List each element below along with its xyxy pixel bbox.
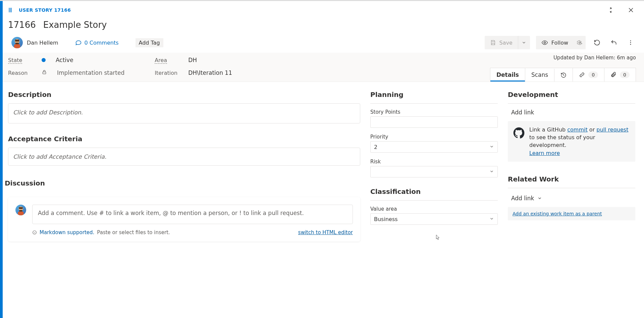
acceptance-heading: Acceptance Criteria xyxy=(8,135,360,143)
risk-label: Risk xyxy=(370,159,498,165)
comments-link[interactable]: 0 Comments xyxy=(75,39,119,46)
left-column: Description Click to add Description. Ac… xyxy=(8,91,360,242)
save-caret[interactable] xyxy=(518,36,530,49)
tab-scans[interactable]: Scans xyxy=(525,68,554,82)
learn-more-link[interactable]: Learn more xyxy=(529,150,560,156)
add-parent-link[interactable]: Add an existing work item as a parent xyxy=(508,207,635,220)
chevron-down-icon xyxy=(537,196,542,201)
value-area-select[interactable]: Business xyxy=(370,213,498,225)
story-points-input[interactable] xyxy=(370,116,498,128)
save-split-button[interactable]: Save xyxy=(485,36,530,49)
comments-count: 0 Comments xyxy=(85,40,119,46)
iteration-label: Iteration xyxy=(155,70,178,76)
value-area-value: Business xyxy=(374,216,398,222)
more-actions-button[interactable] xyxy=(625,37,636,48)
undo-button[interactable] xyxy=(608,37,619,48)
commit-link[interactable]: commit xyxy=(567,126,587,133)
iteration-field[interactable]: Iteration DH\Iteration 11 xyxy=(155,69,232,76)
user-story-icon xyxy=(8,7,15,13)
work-item-type-label: USER STORY 17166 xyxy=(19,7,71,13)
divider xyxy=(370,103,498,104)
priority-select[interactable]: 2 xyxy=(370,141,498,153)
state-dot-icon xyxy=(42,58,46,62)
pr-link[interactable]: pull request xyxy=(596,126,628,133)
priority-value: 2 xyxy=(374,144,377,150)
story-points-label: Story Points xyxy=(370,109,498,115)
divider xyxy=(370,200,498,201)
follow-label: Follow xyxy=(551,40,568,46)
avatar xyxy=(11,37,23,48)
state-field[interactable]: State Active xyxy=(8,57,124,63)
chevron-down-icon xyxy=(489,169,494,175)
assignee-name: Dan Hellem xyxy=(27,40,58,46)
add-link-dropdown[interactable]: Add link xyxy=(508,194,635,203)
description-heading: Description xyxy=(8,91,360,99)
tab-attachments[interactable]: 0 xyxy=(604,68,636,82)
comment-input[interactable]: Add a comment. Use # to link a work item… xyxy=(32,205,353,224)
info-icon xyxy=(32,230,37,235)
divider xyxy=(508,103,635,104)
svg-point-5 xyxy=(579,42,581,44)
reason-label: Reason xyxy=(8,70,32,76)
tab-history[interactable] xyxy=(554,69,573,82)
development-column: Development Add link Link a GitHub commi… xyxy=(508,91,635,242)
divider xyxy=(508,188,635,188)
add-link-heading[interactable]: Add link xyxy=(508,109,635,119)
work-item-tabs: Details Scans 0 0 xyxy=(490,68,636,82)
github-hint-card: Link a GitHub commit or pull request to … xyxy=(508,121,635,162)
window-title-row: USER STORY 17166 xyxy=(0,1,644,18)
discussion-card: Add a comment. Use # to link a work item… xyxy=(8,197,360,242)
area-value: DH xyxy=(188,57,197,63)
reason-field[interactable]: Reason Implementation started xyxy=(8,69,124,76)
follow-split-button[interactable]: Follow xyxy=(536,36,586,49)
planning-heading: Planning xyxy=(370,91,498,99)
assigned-to[interactable]: Dan Hellem xyxy=(11,37,58,48)
state-bar: State Active Reason Implementation start… xyxy=(0,53,644,82)
restore-window-button[interactable] xyxy=(604,4,617,16)
save-button[interactable]: Save xyxy=(485,36,518,49)
development-heading: Development xyxy=(508,91,635,99)
updated-text[interactable]: Updated by Dan Hellem: 6m ago xyxy=(553,55,636,61)
risk-select[interactable] xyxy=(370,166,498,177)
follow-settings[interactable] xyxy=(574,36,586,49)
github-msg-post: to see the status of your development. xyxy=(529,134,595,148)
area-label: Area xyxy=(155,57,167,64)
state-value: Active xyxy=(56,57,73,63)
related-work-heading: Related Work xyxy=(508,175,635,183)
svg-rect-1 xyxy=(15,40,19,42)
attach-count: 0 xyxy=(620,71,630,78)
cursor-icon xyxy=(435,234,441,241)
markdown-link[interactable]: Markdown supported. xyxy=(40,229,94,235)
classification-heading: Classification xyxy=(370,188,498,196)
state-label: State xyxy=(8,57,22,64)
svg-rect-3 xyxy=(15,43,19,44)
svg-point-4 xyxy=(544,42,545,44)
discussion-heading: Discussion xyxy=(5,179,360,187)
github-or: or xyxy=(588,126,597,133)
markdown-tail: Paste or select files to insert. xyxy=(97,229,170,235)
iteration-value: DH\Iteration 11 xyxy=(188,69,232,76)
work-item-id: 17166 xyxy=(8,20,36,30)
tab-details[interactable]: Details xyxy=(490,68,525,82)
follow-button[interactable]: Follow xyxy=(536,36,574,49)
accent-stripe xyxy=(0,1,3,318)
acceptance-editor[interactable]: Click to add Acceptance Criteria. xyxy=(8,148,360,166)
area-field[interactable]: Area DH xyxy=(155,57,232,63)
close-button[interactable] xyxy=(625,4,637,16)
chevron-down-icon xyxy=(489,144,494,150)
switch-editor-link[interactable]: switch to HTML editor xyxy=(298,229,353,235)
add-tag-button[interactable]: Add Tag xyxy=(136,38,163,47)
avatar xyxy=(15,205,26,215)
svg-rect-11 xyxy=(19,207,22,209)
work-item-header: 17166 Example Story xyxy=(0,18,644,33)
svg-point-7 xyxy=(630,42,631,43)
github-icon xyxy=(513,127,525,139)
chevron-down-icon xyxy=(489,216,494,222)
tab-links[interactable]: 0 xyxy=(573,68,604,82)
svg-rect-9 xyxy=(43,72,46,74)
svg-rect-13 xyxy=(19,210,22,212)
refresh-button[interactable] xyxy=(592,37,602,48)
description-editor[interactable]: Click to add Description. xyxy=(8,103,360,123)
work-item-title[interactable]: Example Story xyxy=(43,20,107,30)
assignee-row: Dan Hellem 0 Comments Add Tag Save Follo… xyxy=(0,33,644,53)
